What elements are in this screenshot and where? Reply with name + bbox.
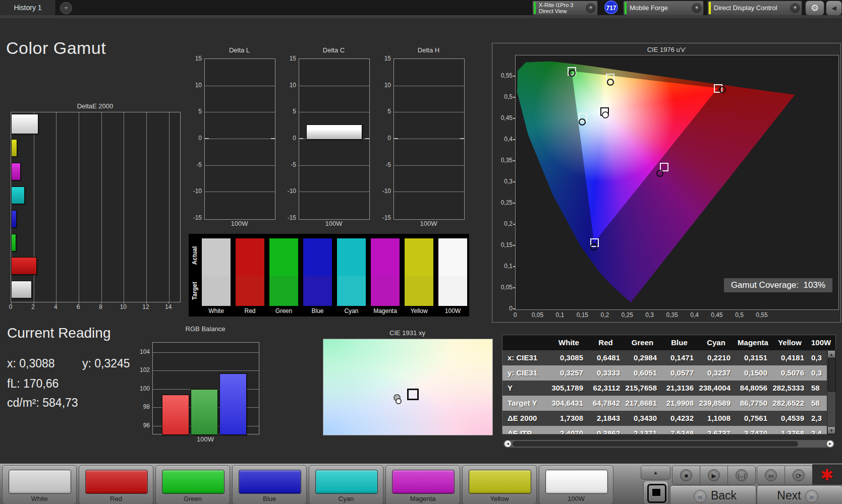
swatch-target-yellow [405, 276, 433, 306]
scrollbar-thumb[interactable] [828, 358, 836, 392]
rgb-bar-green [191, 389, 218, 435]
scroll-right-icon[interactable]: ▸ [827, 440, 833, 447]
table-header-row: WhiteRedGreenBlueCyanMagentaYellow100W [502, 335, 835, 350]
table-cell: 7,5348 [661, 426, 698, 434]
deltae2000-x-tick: 14 [163, 303, 174, 310]
table-cell: 0,3862 [587, 426, 624, 434]
patch-button-blue[interactable]: Blue [232, 465, 307, 504]
patch-button-cyan[interactable]: Cyan [309, 465, 383, 504]
deltae2000-x-tick: 4 [50, 303, 61, 310]
meter-count-badge: 717 [604, 1, 618, 14]
swatch-actual-magenta [371, 238, 400, 276]
patch-button-red[interactable]: Red [79, 465, 153, 504]
patch-swatch [545, 470, 608, 494]
gear-icon[interactable]: ⚙ [805, 1, 824, 16]
table-header-cell: Green [624, 335, 661, 350]
current-reading-y: y: 0,3245 [82, 357, 130, 370]
table-cell: 84,8056 [735, 381, 771, 396]
deltae-bar-blue [11, 210, 17, 228]
scroll-down-icon[interactable]: ▼ [827, 426, 835, 434]
cie1976-x-tick: 0,1 [550, 311, 570, 319]
cie1976-y-tick: 0,15 [493, 241, 513, 248]
table-row-label: x: CIE31 [502, 350, 550, 365]
table-row[interactable]: ΔE 20001,73082,18430,34300,42321,10080,7… [502, 411, 835, 426]
swatch-label: Magenta [371, 307, 400, 314]
patch-button-white[interactable]: White [2, 465, 77, 504]
asterisk-icon[interactable]: ✱ [821, 465, 834, 484]
table-row[interactable]: Y305,178962,3112215,765821,3136238,40048… [502, 381, 835, 396]
table-cell: 0,4181 [771, 350, 808, 365]
actual-target-swatch-strip: Actual Target WhiteRedGreenBlueCyanMagen… [189, 234, 469, 317]
deltae-bar-red [11, 257, 37, 275]
table-row-label: y: CIE31 [502, 365, 550, 381]
table-row[interactable]: y: CIE310,32570,33330,60510,05770,32370,… [502, 365, 835, 381]
cie1976-x-tick: 0,3 [640, 311, 660, 319]
table-cell: 1,1008 [698, 411, 735, 426]
collapse-panel-icon[interactable]: ◀ [826, 1, 842, 16]
step-icon: [↔] [736, 469, 748, 481]
history-tab[interactable]: History 1 [0, 0, 56, 15]
patch-label: Magenta [386, 495, 460, 502]
continuous-button[interactable]: ∞ [757, 466, 785, 485]
table-cell: 0,4539 [771, 411, 808, 426]
delta-l-x-label: 100W [204, 220, 274, 227]
red-actual-marker [719, 86, 726, 93]
scroll-left-icon[interactable]: ◂ [504, 440, 511, 447]
step-button[interactable]: [↔] [727, 466, 756, 485]
table-horizontal-scrollbar[interactable]: ◂ ▸ [503, 439, 835, 448]
loop-button[interactable]: ⟳ [784, 466, 813, 485]
swatch-label: Cyan [337, 307, 366, 314]
table-header-cell: Cyan [698, 335, 735, 350]
cie1976-panel: CIE 1976 u'v' Gamut Coverage: 103% 0,550… [492, 43, 841, 323]
scrollbar-thumb[interactable] [513, 441, 798, 447]
patch-swatch [392, 470, 455, 494]
swatch-target-magenta [371, 276, 400, 306]
table-row[interactable]: ΔE ITP2,40700,38622,13717,53482,67373,74… [502, 426, 835, 434]
patch-button-magenta[interactable]: Magenta [385, 465, 460, 504]
patch-swatch [239, 470, 301, 494]
stop-button[interactable]: ■ [672, 466, 700, 485]
swatch-label: Yellow [405, 307, 433, 314]
chevron-down-icon[interactable]: ▼ [692, 3, 702, 13]
patch-swatch [469, 470, 531, 494]
pattern-window-button[interactable] [643, 481, 668, 504]
add-tab-button[interactable]: + [60, 2, 72, 14]
app-status-zone: ✱ [812, 464, 842, 485]
cie1976-y-tick: 0,55 [493, 72, 513, 79]
current-reading-x: x: 0,3088 [7, 357, 55, 370]
table-cell: 238,4004 [698, 381, 735, 396]
table-cell: 0,7561 [735, 411, 771, 426]
patch-button-yellow[interactable]: Yellow [462, 465, 537, 504]
patch-button-100w[interactable]: 100W [539, 465, 613, 504]
meter-mode: Direct View [539, 8, 584, 14]
source-dropdown[interactable]: Mobile Forge ▼ [623, 1, 704, 16]
next-button[interactable]: Next» [757, 485, 842, 504]
meter-status-stripe [534, 2, 536, 14]
cie1976-x-tick: 0,05 [527, 311, 547, 319]
cie1976-x-tick: 0,2 [595, 311, 615, 319]
patch-button-green[interactable]: Green [155, 465, 230, 504]
play-button[interactable]: ▶ [700, 466, 728, 485]
color-gamut-page: History 1 + X-Rite i1Pro 3 Direct View ▼… [0, 0, 842, 504]
cie1976-y-tick: 0,05 [493, 284, 513, 291]
meter-dropdown[interactable]: X-Rite i1Pro 3 Direct View ▼ [532, 1, 598, 16]
up-arrow-icon: ▲ [653, 470, 658, 475]
chevron-down-icon[interactable]: ▼ [790, 3, 800, 13]
collapse-toolbar-button[interactable]: ▲ [641, 466, 670, 480]
top-bar: History 1 + X-Rite i1Pro 3 Direct View ▼… [0, 0, 842, 15]
cie1976-title: CIE 1976 u'v' [492, 46, 840, 53]
chevron-down-icon[interactable]: ▼ [586, 3, 596, 13]
table-row[interactable]: Target Y304,643164,7842217,868121,990823… [502, 396, 835, 411]
scroll-up-icon[interactable]: ▲ [827, 350, 835, 358]
delta-c-chart: 151050-5-10-15 [299, 58, 370, 220]
table-vertical-scrollbar[interactable]: ▲ ▼ [827, 350, 836, 434]
rgb-bar-red [162, 395, 189, 435]
cie1976-y-tick: 0,2 [493, 220, 513, 227]
table-row[interactable]: x: CIE310,30850,64810,29840,14710,22100,… [502, 350, 835, 365]
table-cell: 0,1500 [735, 365, 771, 381]
table-cell: 0,3333 [587, 365, 624, 381]
cie1976-x-tick: 0,45 [707, 311, 727, 319]
table-cell: 2,6737 [698, 426, 735, 434]
workflow-dropdown[interactable]: Direct Display Control ▼ [707, 1, 802, 16]
back-button[interactable]: «Back [670, 485, 756, 504]
